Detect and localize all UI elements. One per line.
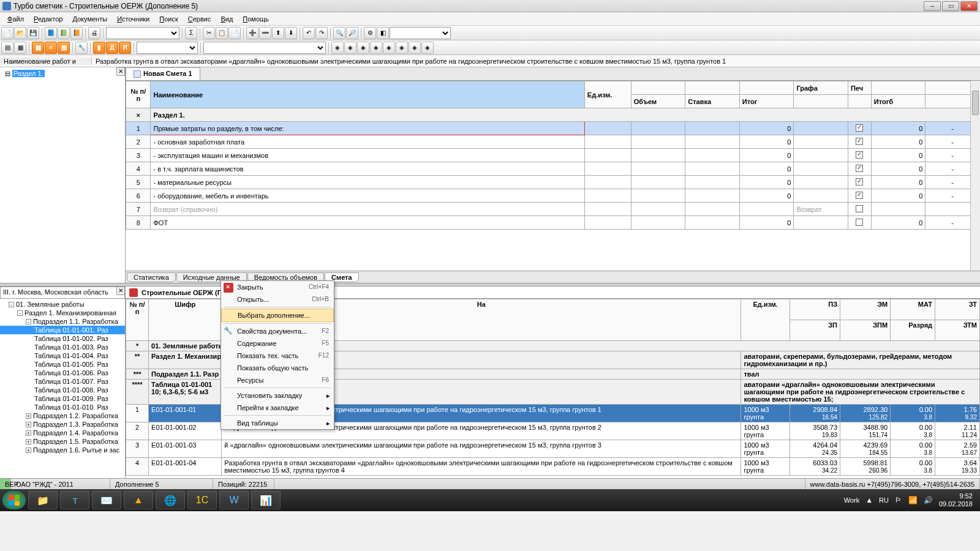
print-checkbox[interactable] [856, 151, 863, 159]
db-table-node[interactable]: Таблица 01-01-008. Раз [0, 386, 125, 394]
formula-value[interactable]: Разработка грунта в отвал экскаваторами … [92, 58, 980, 65]
menu-editor[interactable]: Редактор [29, 14, 67, 24]
tb-print-icon[interactable]: 🖨 [88, 27, 100, 39]
context-menu-item[interactable]: Показать общую часть [221, 362, 334, 374]
col-vol[interactable]: Объем [631, 95, 685, 108]
print-checkbox[interactable] [856, 219, 863, 226]
print-checkbox[interactable] [856, 124, 863, 132]
col-name[interactable]: Наименование [151, 81, 584, 108]
menu-service[interactable]: Сервис [183, 14, 216, 24]
db-sub-node[interactable]: +Подраздел 1.4. Разработка [0, 429, 125, 437]
estimate-section-row[interactable]: × Раздел 1. [126, 108, 980, 122]
task-other-icon[interactable]: 📊 [251, 491, 281, 509]
task-chrome-icon[interactable]: 🌐 [156, 491, 185, 509]
tb2-combo-a[interactable] [137, 42, 198, 54]
tb-zoom-icon[interactable]: 🔎 [346, 27, 358, 39]
db-table-node[interactable]: Таблица 01-01-007. Раз [0, 377, 125, 386]
tb-combo-1[interactable] [106, 27, 179, 39]
col-itogb[interactable]: Итогб [871, 95, 925, 108]
col-rate-hdr[interactable] [685, 81, 740, 95]
tb2-m4-icon[interactable]: ◈ [370, 42, 382, 54]
menu-search[interactable]: Поиск [154, 14, 183, 24]
db-node-subsection[interactable]: -Подраздел 1.1. Разработка [0, 317, 125, 326]
context-menu-item[interactable]: Свойства документа...F2 [221, 325, 334, 337]
tb-misc1-icon[interactable]: ◧ [377, 27, 389, 39]
context-menu-item[interactable]: Установить закладку▸ [221, 389, 334, 402]
tb2-grid2-icon[interactable]: ▤ [58, 42, 70, 54]
tb-paste-icon[interactable]: 📄 [228, 27, 241, 39]
menu-file[interactable]: Файл [2, 14, 29, 24]
context-menu-item[interactable]: Перейти к закладке▸ [221, 402, 334, 414]
tb-addrow-icon[interactable]: ➕ [246, 27, 258, 39]
tb2-m6-icon[interactable]: ◈ [396, 42, 408, 54]
tray-flag-icon[interactable]: 🏳 [895, 496, 902, 504]
db-table-node[interactable]: Таблица 01-01-006. Раз [0, 369, 125, 377]
tb2-m7-icon[interactable]: ◈ [409, 42, 421, 54]
tb-up-icon[interactable]: ⬆ [272, 27, 284, 39]
tb-down-icon[interactable]: ⬇ [285, 27, 297, 39]
menu-sources[interactable]: Источники [112, 14, 154, 24]
sections-close-icon[interactable]: ✕ [116, 67, 125, 76]
db-table-node[interactable]: Таблица 01-01-004. Раз [0, 351, 125, 360]
print-checkbox[interactable] [856, 165, 863, 172]
db-col-num[interactable]: № п/п [126, 299, 149, 341]
tb2-btn2-icon[interactable]: ▦ [14, 42, 26, 54]
tab-statistics[interactable]: Статистика [127, 272, 176, 282]
tb2-table-icon[interactable]: ▦ [32, 42, 44, 54]
db-table-node[interactable]: Таблица 01-01-001. Раз [0, 326, 125, 334]
tb-sigma-icon[interactable]: Σ [185, 27, 197, 39]
db-region-combo[interactable]: III. г. Москва, Московская область [0, 287, 125, 299]
tb-cut-icon[interactable]: ✂ [203, 27, 215, 39]
tb2-d-icon[interactable]: Д [106, 42, 118, 54]
print-checkbox[interactable] [856, 178, 863, 186]
db-node-section[interactable]: -Раздел 1. Механизированная [0, 309, 125, 317]
db-sub-node[interactable]: +Подраздел 1.6. Рытье и зас [0, 446, 125, 454]
context-menu-item[interactable]: Вид таблицы▸ [221, 417, 334, 429]
estimate-row[interactable]: 5 - материальные ресурсы 0 0 - [126, 176, 980, 189]
tb-open-icon[interactable]: 📂 [14, 27, 26, 39]
col-vol-hdr[interactable] [631, 81, 685, 95]
db-col-unit[interactable]: Ед.изм. [741, 299, 790, 341]
tray-up-icon[interactable]: ▲ [865, 496, 873, 504]
context-menu-item[interactable]: ЗакрытьCtrl+F4 [221, 281, 334, 293]
db-row[interactable]: 3 E01-01-001-03 й «драглайн» одноковшовы… [126, 440, 980, 458]
db-sub-node[interactable]: +Подраздел 1.5. Разработка [0, 437, 125, 446]
col-pech[interactable]: Печ [848, 81, 871, 95]
db-sub-node[interactable]: +Подраздел 1.3. Разработка [0, 420, 125, 429]
tb2-m8-icon[interactable]: ◈ [421, 42, 434, 54]
tb2-m2-icon[interactable]: ◈ [344, 42, 356, 54]
print-checkbox[interactable] [856, 192, 863, 199]
close-button[interactable]: ✕ [960, 1, 978, 11]
db-col-ztm[interactable]: ЗТМ [935, 320, 980, 341]
tb2-i-icon[interactable]: И [119, 42, 131, 54]
maximize-button[interactable]: ▭ [942, 1, 959, 11]
task-aimp-icon[interactable]: ▲ [124, 491, 153, 509]
section-node[interactable]: Раздел 1. [12, 70, 45, 77]
col-itogb-hdr[interactable] [871, 81, 925, 95]
task-1c-icon[interactable]: 1C [187, 491, 217, 509]
print-checkbox[interactable] [856, 205, 863, 212]
minimize-button[interactable]: – [924, 1, 941, 11]
db-col-zpm[interactable]: ЗПМ [840, 320, 891, 341]
context-menu-item[interactable]: Выбрать дополнение... [221, 309, 334, 322]
tb-find-icon[interactable]: 🔍 [333, 27, 345, 39]
db-node-root[interactable]: -01. Земляные работы [0, 300, 125, 309]
task-app1-icon[interactable]: ᴛ [60, 491, 89, 509]
tb-redo-icon[interactable]: ↷ [315, 27, 328, 39]
db-col-pz[interactable]: ПЗ [790, 299, 840, 320]
tb-book2-icon[interactable]: 📗 [58, 27, 70, 39]
db-table-node[interactable]: Таблица 01-01-003. Раз [0, 343, 125, 351]
context-menu-item[interactable]: РесурсыF6 [221, 374, 334, 386]
tray-work-label[interactable]: Work [844, 497, 859, 504]
db-tree-close-icon[interactable]: ✕ [116, 287, 125, 295]
tb-combo-pct[interactable] [390, 27, 451, 39]
estimate-row[interactable]: 2 - основная заработная плата 0 0 - [126, 135, 980, 149]
tb2-combo-b[interactable] [203, 42, 326, 54]
estimate-scrollbar[interactable] [970, 81, 980, 271]
estimate-row[interactable]: 4 - в т.ч. зарплата машинистов 0 0 - [126, 162, 980, 176]
db-col-zt[interactable]: ЗТ [935, 299, 980, 320]
col-rate[interactable]: Ставка [685, 95, 740, 108]
menu-view[interactable]: Вид [216, 14, 238, 24]
col-itog[interactable]: Итог [739, 95, 794, 108]
tray-network-icon[interactable]: 📶 [908, 496, 918, 504]
